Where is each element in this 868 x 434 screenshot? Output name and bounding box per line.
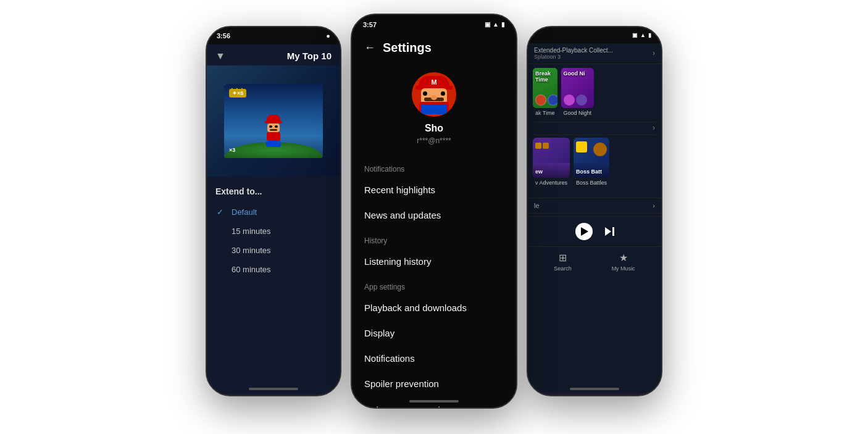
good-night-name: Good Night [561,108,595,118]
adventures-name: v Adventures [533,178,570,188]
status-bar-center: 3:57 ▣ ▲ ▮ [352,15,516,35]
section-more-chevron: › [653,202,655,209]
history-section: History Listening history [364,236,504,274]
status-icon-left: ● [326,32,330,40]
username: Sho [425,123,443,134]
extend-section: Extend to... ✓ Default 15 minutes 30 min… [207,177,340,284]
time-left: 3:56 [217,32,230,40]
notifications-section-label: Notifications [364,165,504,173]
option-default-label: Default [232,207,257,217]
bottom-nav: ⊞ Search ★ My Music [528,246,661,277]
settings-header: ← Settings [364,35,504,64]
now-playing-chevron: › [653,49,655,57]
play-icon [581,227,588,236]
home-indicator-center [409,400,459,403]
status-icons-center: ▣ ▲ ▮ [485,21,505,28]
history-section-label: History [364,236,504,245]
nav-my-music[interactable]: ★ My Music [612,252,635,272]
battery-icon-right: ▮ [648,32,651,38]
play-button[interactable] [575,223,593,240]
now-playing-sub: Splatoon 3 [534,54,649,60]
recent-highlights-item[interactable]: Recent highlights [364,177,504,202]
search-nav-icon: ⊞ [559,252,567,264]
game-image-area: ✦ ✦ ✦ [207,65,340,177]
notifications-item[interactable]: Notifications [364,346,504,371]
skip-icon [605,227,611,236]
boss-name: Boss Battles [574,178,609,188]
section-separator-1: › [533,122,656,135]
right-content: Extended-Playback Collect... Splatoon 3 … [528,43,661,393]
good-night-overlay-text: Good Ni [564,70,585,77]
playlist-good-night[interactable]: Good Ni Good Night [561,68,595,118]
break-time-name: ak Time [533,108,557,118]
option-30min[interactable]: 30 minutes [215,241,332,260]
option-60min[interactable]: 60 minutes [215,260,332,279]
wifi-icon: ▲ [493,21,499,28]
my-music-nav-icon: ★ [619,252,628,264]
playlist-thumb-break-time: Break Time [533,68,557,108]
dropdown-arrow-icon[interactable]: ▼ [215,51,225,62]
playlist-row-1: Break Time ak Time G [533,68,656,118]
boss-label-text: Boss Batt [576,169,602,175]
playlist-thumb-boss: Boss Batt [574,138,609,178]
settings-title: Settings [383,41,432,55]
email-masked: r***@n**** [417,136,451,145]
home-indicator-right [570,388,619,390]
left-top-bar: ▼ My Top 10 [207,44,340,65]
home-indicator-left [249,388,298,390]
left-content: ▼ My Top 10 ✦ ✦ ✦ [207,44,340,394]
back-button[interactable]: ← [364,41,375,54]
section-more-row[interactable]: le › [528,198,661,214]
option-30min-label: 30 minutes [232,246,271,255]
top-title: My Top 10 [287,51,332,61]
status-bar-right: ▣ ▲ ▮ [528,27,661,43]
battery-icon: ▮ [501,21,505,28]
avatar[interactable]: M [412,72,456,117]
message-icon: ▣ [485,21,490,28]
star-badge: ✦×6 [229,89,246,98]
phone-right: ▣ ▲ ▮ Extended-Playback Collect... Splat… [527,26,662,396]
playback-downloads-item[interactable]: Playback and downloads [364,295,504,320]
skip-bar [612,227,614,236]
app-settings-section: App settings Playback and downloads Disp… [364,283,504,409]
app-settings-label: App settings [364,283,504,291]
playlist-break-time[interactable]: Break Time ak Time [533,68,557,118]
search-nav-label: Search [554,265,572,272]
phone-center: 3:57 ▣ ▲ ▮ ← Settings [351,14,517,409]
wifi-icon-right: ▲ [640,32,646,38]
playlist-row-2: ew Adventures v Adventures [533,138,656,188]
display-item[interactable]: Display [364,320,504,346]
option-default[interactable]: ✓ Default [215,202,332,222]
notifications-section: Notifications Recent highlights News and… [364,165,504,228]
skip-button[interactable] [605,227,614,236]
nav-search[interactable]: ⊞ Search [554,252,572,272]
listening-history-item[interactable]: Listening history [364,249,504,274]
option-15min-label: 15 minutes [232,227,271,236]
settings-content: ← Settings M [352,35,516,409]
spoiler-prevention-item[interactable]: Spoiler prevention [364,371,504,396]
playlist-new-adventures[interactable]: ew Adventures v Adventures [533,138,570,188]
adventures-label-text: ew Adventures [535,169,566,178]
extend-title: Extend to... [215,186,332,196]
news-updates-item[interactable]: News and updates [364,202,504,228]
option-60min-label: 60 minutes [232,265,271,274]
phone-left: 3:56 ● ▼ My Top 10 ✦ ✦ ✦ [206,26,341,396]
status-bar-left: 3:56 ● [207,27,340,44]
playlist-thumb-good-night: Good Ni [561,68,595,108]
playlists-section: Break Time ak Time G [528,64,661,195]
break-time-overlay-text: Break Time [535,70,557,83]
message-icon-right: ▣ [632,32,638,38]
playlist-thumb-adventures: ew Adventures [533,138,570,178]
check-icon: ✓ [217,207,227,217]
lives-badge: ×3 [229,147,235,153]
now-playing-title: Extended-Playback Collect... [534,47,649,54]
game-screenshot: ✦ ✦ ✦ [224,84,323,158]
time-center: 3:57 [363,21,377,28]
data-management-item[interactable]: Data management [364,396,504,409]
playlist-boss-battles[interactable]: Boss Batt Boss Battles [574,138,609,188]
player-controls [528,216,661,246]
option-15min[interactable]: 15 minutes [215,222,332,241]
now-playing-bar[interactable]: Extended-Playback Collect... Splatoon 3 … [528,43,661,64]
status-icons-right: ▣ ▲ ▮ [632,32,651,38]
avatar-section: M Sho r***@n**** [364,64,504,156]
